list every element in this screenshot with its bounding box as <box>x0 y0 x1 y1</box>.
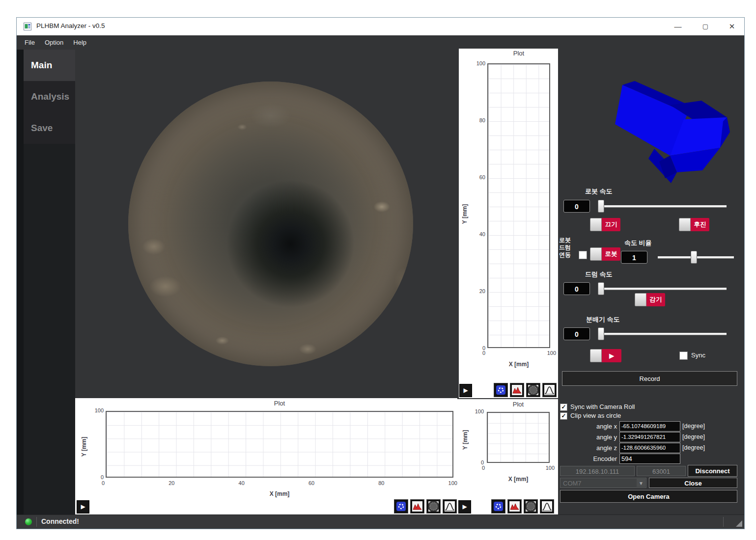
robot-drum-robot-toggle[interactable]: 로봇 <box>590 247 620 261</box>
slider-handle[interactable] <box>691 251 697 264</box>
separator <box>36 517 37 527</box>
robot-reverse-toggle[interactable]: 후진 <box>679 218 709 231</box>
plot-area[interactable] <box>106 411 453 478</box>
tick-label: 0 <box>101 474 104 480</box>
mask-circle-icon[interactable] <box>526 383 540 397</box>
status-bar: Connected! <box>17 514 744 529</box>
menu-help[interactable]: Help <box>68 35 91 50</box>
run-plot-button[interactable]: ▶ <box>77 500 89 513</box>
encoder-label: Encoder <box>582 455 617 462</box>
scale-settings-icon[interactable] <box>491 499 505 513</box>
gaussian-icon[interactable] <box>540 499 554 513</box>
gaussian-icon[interactable] <box>542 383 557 397</box>
tick-label: 100 <box>95 407 104 413</box>
sidebar-tab-analysis[interactable]: Analysis <box>24 81 75 112</box>
sync-checkbox[interactable] <box>679 351 688 360</box>
plot-toolbar <box>491 499 554 513</box>
tick-label: 60 <box>479 174 485 180</box>
minimize-button[interactable]: — <box>667 18 689 35</box>
distributor-speed-value[interactable]: 0 <box>563 327 590 340</box>
slider-handle[interactable] <box>598 200 604 213</box>
speed-ratio-slider[interactable] <box>658 251 734 264</box>
x-axis-ticks: 020406080100 <box>102 480 457 486</box>
plot-title: Plot <box>487 50 550 57</box>
mask-circle-icon[interactable] <box>426 499 441 513</box>
sidebar-tab-main[interactable]: Main <box>24 50 75 81</box>
resize-grip[interactable] <box>736 520 742 527</box>
histogram-icon[interactable] <box>410 499 424 513</box>
clip-view-label: Clip view as circle <box>570 412 621 419</box>
tick-label: 100 <box>476 60 485 66</box>
robot-off-toggle[interactable]: 끄기 <box>590 218 620 231</box>
chevron-down-icon[interactable]: ▼ <box>637 479 645 487</box>
angle-x-field[interactable]: -65.10748609189 <box>619 421 680 432</box>
tick-label: 0 <box>102 480 105 486</box>
histogram-icon[interactable] <box>510 383 524 397</box>
tick-label: 60 <box>308 480 314 486</box>
clip-view-checkbox[interactable]: ✓ <box>560 412 567 420</box>
run-plot-button[interactable]: ▶ <box>459 384 472 397</box>
sidebar: Main Analysis Save <box>17 50 75 516</box>
angle-y-field[interactable]: -1.329491267821 <box>619 432 680 442</box>
tick-label: 80 <box>479 117 485 123</box>
camera-view <box>128 81 413 366</box>
angle-z-field[interactable]: -128.6006635960 <box>619 443 680 453</box>
close-button[interactable]: ✕ <box>721 18 743 35</box>
ip-address-field[interactable]: 192.168.10.111 <box>560 466 635 476</box>
plot-area[interactable] <box>487 412 550 463</box>
x-axis-label: X [mm] <box>487 476 550 483</box>
sidebar-tab-save[interactable]: Save <box>24 112 75 144</box>
com-port-combobox[interactable]: COM7 ▼ <box>560 478 646 488</box>
run-plot-button[interactable]: ▶ <box>458 500 471 513</box>
robot-drum-link-checkbox[interactable] <box>579 251 587 259</box>
distributor-speed-slider[interactable] <box>598 327 727 340</box>
drum-wind-toggle[interactable]: 감기 <box>635 293 665 306</box>
speed-ratio-value[interactable]: 1 <box>621 251 647 264</box>
angle-z-unit: [degree] <box>682 444 705 451</box>
maximize-button[interactable]: ▢ <box>694 18 717 35</box>
robot-speed-value[interactable]: 0 <box>563 200 590 213</box>
plot-title: Plot <box>487 401 550 408</box>
separator <box>723 517 724 527</box>
y-axis-ticks: 1000 <box>469 408 484 465</box>
menu-file[interactable]: File <box>20 35 40 50</box>
plot-panel-bottom: Plot 1000 Y [mm] 020406080100 X [mm] ▶ <box>75 398 457 515</box>
slider-handle[interactable] <box>598 327 604 340</box>
gaussian-icon[interactable] <box>443 499 457 513</box>
x-axis-label: X [mm] <box>487 361 550 368</box>
disconnect-button[interactable]: Disconnect <box>688 465 737 477</box>
app-icon <box>24 23 31 30</box>
tick-label: 100 <box>475 408 484 414</box>
menu-option[interactable]: Option <box>40 35 68 50</box>
play-icon: ▶ <box>602 349 621 362</box>
tick-label: 0 <box>482 350 485 356</box>
tick-label: 80 <box>378 480 384 486</box>
drum-speed-value[interactable]: 0 <box>563 282 590 295</box>
angle-y-label: angle y <box>582 433 617 441</box>
scale-settings-icon[interactable] <box>494 383 508 397</box>
distributor-play-toggle[interactable]: ▶ <box>590 349 621 362</box>
app-window: PLHBM Analyzer - v0.5 — ▢ ✕ File Option … <box>16 17 745 529</box>
plot-area[interactable] <box>487 63 550 348</box>
sync-camera-roll-checkbox[interactable]: ✓ <box>560 404 567 411</box>
status-text: Connected! <box>41 517 79 525</box>
y-axis-label: Y [mm] <box>461 204 468 224</box>
sync-camera-roll-label: Sync with Camera Roll <box>570 403 635 410</box>
connection-led-icon <box>25 518 32 525</box>
angle-x-unit: [degree] <box>682 423 705 430</box>
title-bar: PLHBM Analyzer - v0.5 — ▢ ✕ <box>17 18 744 36</box>
robot-speed-slider[interactable] <box>598 200 727 213</box>
open-camera-button[interactable]: Open Camera <box>560 490 737 503</box>
slider-handle[interactable] <box>598 282 604 295</box>
record-button[interactable]: Record <box>562 371 737 386</box>
mask-circle-icon[interactable] <box>524 499 538 513</box>
encoder-field[interactable]: 594 <box>619 454 680 464</box>
robot-drum-link-label: 로봇 드럼 연동 <box>559 237 571 259</box>
close-serial-button[interactable]: Close <box>649 478 737 488</box>
port-field[interactable]: 63001 <box>637 466 686 476</box>
scale-settings-icon[interactable] <box>394 499 408 513</box>
y-axis-label: Y [mm] <box>81 437 87 457</box>
histogram-icon[interactable] <box>507 499 522 513</box>
robot-3d-view[interactable] <box>596 74 744 192</box>
plot-panel-vertical: Plot 100806040200 Y [mm] 0100 X [mm] ▶ <box>459 49 558 398</box>
